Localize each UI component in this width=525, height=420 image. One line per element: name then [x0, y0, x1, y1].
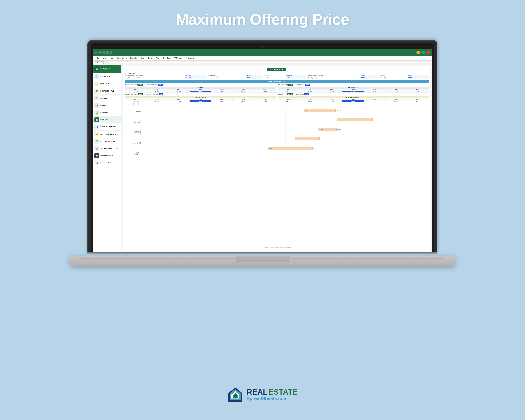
sidebar-label-logo: INSERT LOGO	[101, 162, 111, 164]
chart-bars: 254,700 302,150 305,100 360,200	[142, 107, 429, 159]
sidebar-item-scenarios[interactable]: 🔬 SCENARIOS ANALYSIS	[93, 145, 121, 152]
interval-irr-value[interactable]: 1.0%	[304, 93, 309, 95]
sidebar-item-debt-amort[interactable]: 📊 DEBT AMORTIZATION	[93, 123, 121, 131]
cap-val-4: 226,600	[189, 91, 211, 93]
irr-column: Mid-Value IRR: 11.0% Interval IRR: 1.0%	[278, 93, 429, 102]
mid-cf-label: Mid-Value Cash Flow:	[125, 93, 137, 95]
bottom-logo: REAL ESTATE SpreadSheets.com	[227, 387, 298, 402]
coc-val-4: 257,800	[342, 91, 364, 93]
param-label-5: Monthly NOI	[379, 75, 407, 77]
bar-cap-right-label: 266,600	[314, 148, 318, 149]
menu-home[interactable]: Home	[101, 57, 108, 59]
summary-icon: 🖥	[94, 96, 99, 101]
excel-menu-bar: File Home Insert Page Layout Formulas Da…	[93, 56, 432, 61]
key-params-table: Refurbishment / Repair Costs: $ 20,500 D…	[125, 75, 429, 79]
interval-cap-label: Interval Cap Rate:	[147, 84, 157, 85]
nav-logo: 🏠 REAL ESTATE SpreadSheets.com	[93, 65, 121, 73]
excel-icon-1[interactable]	[103, 51, 105, 54]
interval-cf-label: Interval Cash Flow:	[147, 93, 158, 95]
formula-bar[interactable]	[108, 62, 430, 63]
coc-header-4: 10.0%	[342, 89, 364, 91]
param-label-10: Annual NOI	[379, 77, 407, 79]
cf-header-6: $ 700	[233, 99, 254, 101]
irr-selectors: Mid-Value IRR: 11.0% Interval IRR: 1.0%	[278, 93, 429, 95]
interval-cap-value[interactable]: 1.5%	[158, 84, 163, 85]
bar-coc-right-label: 277,500	[320, 139, 324, 140]
mid-irr-value[interactable]: 11.0%	[287, 93, 293, 95]
sidebar-item-max-price[interactable]: 🏠 MAXIMUM PRICE	[93, 152, 121, 159]
laptop-camera	[262, 46, 263, 48]
irr-val-5: 305,100	[364, 101, 385, 102]
sidebar-label-reports: REPORTS	[101, 112, 108, 113]
chart-label-cashflow: Cash Flow($500 - $650)	[125, 131, 141, 133]
cell-reference[interactable]: I30	[95, 61, 103, 64]
bar-cap-left	[268, 147, 312, 150]
graph-width-input[interactable]	[133, 103, 139, 105]
sidebar-item-graphs[interactable]: 📊 GRAPHS	[93, 102, 121, 109]
menu-page-layout[interactable]: Page Layout	[116, 57, 129, 59]
interval-cf-value[interactable]: $ 50	[159, 93, 164, 95]
menu-insert[interactable]: Insert	[108, 57, 115, 59]
sidebar-item-expenses[interactable]: 📋 EXPENSES REPORT	[93, 138, 121, 145]
sidebar-item-financing[interactable]: 💰 FINANCING REPORT	[93, 131, 121, 138]
maximize-button[interactable]: □	[422, 51, 425, 55]
menu-view[interactable]: View	[155, 57, 162, 59]
param-value-8: 2.00%	[286, 77, 308, 79]
coc-header-7: 14.5%	[407, 89, 429, 91]
param-label-9: Total Operating Expenses	[308, 77, 360, 79]
cf-val-2: 318,200	[146, 101, 168, 102]
menu-data[interactable]: Data	[139, 57, 146, 59]
coc-val-1: 324,700	[278, 91, 299, 93]
menu-developer[interactable]: Developer	[162, 57, 173, 59]
mid-cf-value[interactable]: $ 600	[138, 93, 143, 95]
cf-val-3: 304,300	[168, 101, 189, 102]
interval-coc-value[interactable]: 1.5%	[305, 84, 310, 85]
undo-icon[interactable]	[110, 51, 112, 54]
sidebar-item-debt[interactable]: 📅 DEBT SCHEDULE	[93, 87, 121, 95]
cap-header-4: 10.0%	[189, 89, 211, 91]
menu-review[interactable]: Review	[146, 57, 155, 59]
cap-rate-values-row: 411,900 323,700 266,600 226,600 197,000 …	[125, 91, 276, 93]
sidebar-label-financing: FINANCING REPORT	[101, 133, 116, 135]
cap-val-7: 156,300	[254, 91, 276, 93]
cashflow-selectors: Mid-Value Cash Flow: $ 600 Interval Cash…	[125, 93, 276, 95]
run-simulation-button[interactable]: RUN SIMULATION	[267, 68, 286, 71]
laptop-container: AutoSave — □ ✕ File Home Insert Page Lay…	[53, 40, 472, 266]
mid-value-coc-label: Mid-Value CoC:	[278, 84, 287, 85]
irr-header-1: 8.0%	[278, 99, 299, 101]
coc-header-2: 7.0%	[299, 89, 321, 91]
close-button[interactable]: ✕	[426, 51, 430, 55]
cf-header-row: $ 450 $ 500 $ 550 $ 600 $ 650 $ 700 $ 75…	[125, 99, 276, 101]
cashflow-table-title: Cash Flow (Year 1)	[125, 96, 276, 98]
irr-header-6: 13.0%	[385, 99, 407, 101]
laptop-hinge	[87, 252, 438, 254]
param-value-3: 30 years	[286, 75, 308, 77]
menu-file[interactable]: File	[94, 57, 100, 59]
x-label-200k: 200,000	[281, 155, 285, 156]
minimize-button[interactable]: —	[416, 51, 420, 55]
sidebar-item-summary[interactable]: 🖥 SUMMARY	[93, 95, 121, 102]
coc-column: Mid-Value CoC: 10.0% Interval CoC: 1.5%	[278, 84, 429, 93]
menu-vba[interactable]: VBA Tools	[173, 57, 184, 59]
bottom-logo-svg	[227, 387, 243, 402]
sidebar-item-forecasts[interactable]: 📈 FORECASTS	[93, 80, 121, 87]
irr-header-7: 14.0%	[407, 99, 429, 101]
sidebar-item-dashboard[interactable]: ⊞ DASH BOARD	[93, 73, 121, 80]
sidebar-item-logo[interactable]: 🖼 INSERT LOGO	[93, 159, 121, 167]
menu-formulas[interactable]: Formulas	[129, 57, 139, 59]
param-value-7: 3.55%	[246, 77, 263, 79]
cap-rate-selectors: Mid-Value Cap Rate: 10.0% Interval Cap R…	[125, 84, 276, 85]
sidebar-item-summary2[interactable]: 📋 SUMMARY	[93, 116, 121, 123]
chart-label-caprate: Cap Rate(8.5% - 11.5%)	[125, 152, 141, 155]
excel-icon-2[interactable]	[106, 51, 109, 54]
interval-coc-group: Interval CoC: 1.5%	[297, 84, 310, 85]
sidebar-item-reports[interactable]: 📋 REPORTS	[93, 109, 121, 116]
coc-val-5: 240,300	[364, 91, 385, 93]
chart-label-average: Average	[125, 111, 141, 112]
menu-search[interactable]: 🔍 Search	[184, 57, 195, 59]
key-params-title: Key Parameters	[125, 73, 429, 74]
mid-value-cap-value[interactable]: 10.0%	[137, 84, 143, 85]
mid-value-coc-value[interactable]: 10.0%	[287, 84, 293, 85]
irr-table-title: Internal Rate of Return (IRR)	[278, 96, 429, 98]
cap-coc-section: Mid-Value Cap Rate: 10.0% Interval Cap R…	[125, 84, 429, 93]
